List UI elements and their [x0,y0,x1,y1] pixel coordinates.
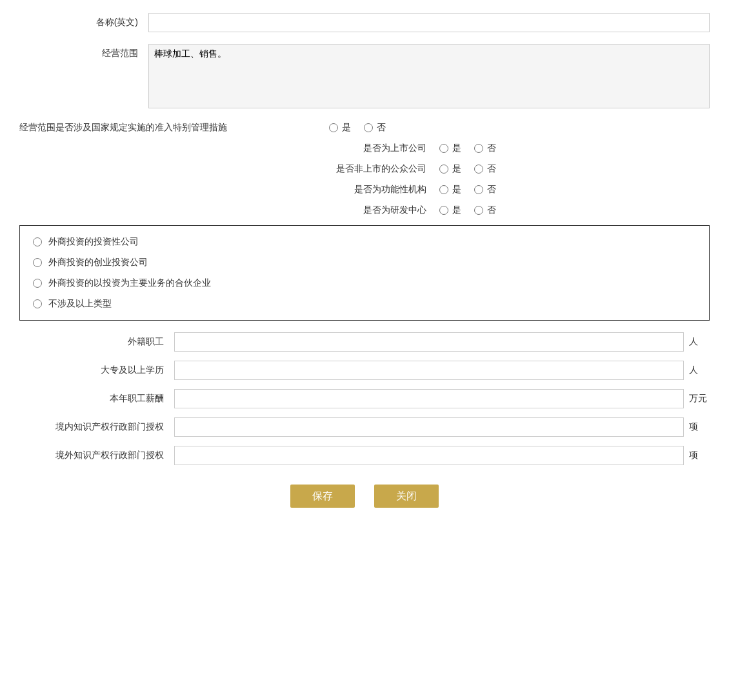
rd-center-label: 是否为研发中心 [233,205,426,216]
annual-salary-label: 本年职工薪酬 [19,393,174,405]
listed-company-label: 是否为上市公司 [233,143,426,154]
college-above-input[interactable] [174,361,684,380]
special-mgmt-row: 经营范围是否涉及国家规定实施的准入特别管理措施 是 否 [19,122,710,134]
investment-type-4[interactable]: 不涉及以上类型 [33,298,696,310]
public-company-options: 是 否 [439,163,496,175]
annual-salary-unit: 万元 [684,393,710,405]
investment-type-2-label: 外商投资的创业投资公司 [48,257,148,268]
foreign-ip-input[interactable] [174,446,684,465]
domestic-ip-label: 境内知识产权行政部门授权 [19,421,174,433]
form-container: 各称(英文) 经营范围 棒球加工、销售。 经营范围是否涉及国家规定实施的准入特别… [19,13,710,508]
business-scope-row: 经营范围 棒球加工、销售。 [19,44,710,110]
functional-org-options: 是 否 [439,184,496,195]
annual-salary-input[interactable] [174,389,684,408]
english-name-label: 各称(英文) [19,13,148,28]
business-scope-textarea[interactable]: 棒球加工、销售。 [148,44,710,108]
business-scope-label: 经营范围 [19,44,148,59]
investment-type-box: 外商投资的投资性公司 外商投资的创业投资公司 外商投资的以投资为主要业务的合伙企… [19,225,710,321]
business-scope-control: 棒球加工、销售。 [148,44,710,110]
english-name-row: 各称(英文) [19,13,710,32]
investment-type-1[interactable]: 外商投资的投资性公司 [33,236,696,248]
functional-org-no[interactable]: 否 [474,184,496,195]
foreign-ip-row: 境外知识产权行政部门授权 项 [19,446,710,465]
listed-company-row: 是否为上市公司 是 否 [19,143,710,154]
special-mgmt-yes[interactable]: 是 [329,122,351,134]
rd-center-options: 是 否 [439,205,496,216]
foreign-employees-unit: 人 [684,336,710,348]
investment-type-1-label: 外商投资的投资性公司 [48,236,139,248]
domestic-ip-input[interactable] [174,417,684,437]
button-row: 保存 关闭 [19,485,710,508]
investment-type-3[interactable]: 外商投资的以投资为主要业务的合伙企业 [33,277,696,289]
public-company-yes[interactable]: 是 [439,163,461,175]
english-name-input[interactable] [148,13,710,32]
domestic-ip-unit: 项 [684,421,710,433]
close-button[interactable]: 关闭 [374,485,439,508]
college-above-label: 大专及以上学历 [19,365,174,376]
rd-center-no[interactable]: 否 [474,205,496,216]
domestic-ip-row: 境内知识产权行政部门授权 项 [19,417,710,437]
save-button[interactable]: 保存 [290,485,355,508]
special-mgmt-no[interactable]: 否 [364,122,386,134]
english-name-control [148,13,710,32]
rd-center-yes[interactable]: 是 [439,205,461,216]
investment-type-3-label: 外商投资的以投资为主要业务的合伙企业 [48,277,211,289]
special-mgmt-label: 经营范围是否涉及国家规定实施的准入特别管理措施 [19,122,329,134]
functional-org-row: 是否为功能性机构 是 否 [19,184,710,195]
public-company-row: 是否非上市的公众公司 是 否 [19,163,710,175]
annual-salary-row: 本年职工薪酬 万元 [19,389,710,408]
functional-org-label: 是否为功能性机构 [233,184,426,195]
foreign-employees-label: 外籍职工 [19,336,174,348]
listed-company-yes[interactable]: 是 [439,143,461,154]
college-above-row: 大专及以上学历 人 [19,361,710,380]
college-above-unit: 人 [684,365,710,376]
foreign-employees-row: 外籍职工 人 [19,332,710,352]
foreign-ip-label: 境外知识产权行政部门授权 [19,450,174,461]
listed-company-options: 是 否 [439,143,496,154]
special-mgmt-options: 是 否 [329,122,386,134]
rd-center-row: 是否为研发中心 是 否 [19,205,710,216]
functional-org-yes[interactable]: 是 [439,184,461,195]
listed-company-no[interactable]: 否 [474,143,496,154]
public-company-no[interactable]: 否 [474,163,496,175]
public-company-label: 是否非上市的公众公司 [233,163,426,175]
foreign-ip-unit: 项 [684,450,710,461]
foreign-employees-input[interactable] [174,332,684,352]
investment-type-2[interactable]: 外商投资的创业投资公司 [33,257,696,268]
investment-type-4-label: 不涉及以上类型 [48,298,112,310]
